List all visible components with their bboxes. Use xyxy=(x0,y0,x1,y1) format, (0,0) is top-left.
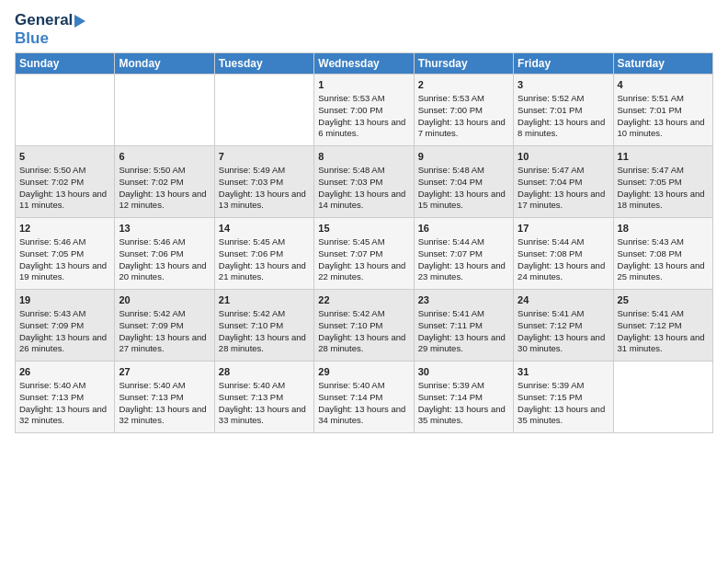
day-number: 6 xyxy=(119,150,210,164)
logo-blue: Blue xyxy=(15,29,85,48)
calendar-cell: 10Sunrise: 5:47 AMSunset: 7:04 PMDayligh… xyxy=(514,146,613,218)
day-number: 13 xyxy=(119,222,210,236)
day-number: 25 xyxy=(618,293,709,307)
week-row: 5Sunrise: 5:50 AMSunset: 7:02 PMDaylight… xyxy=(16,146,713,218)
header: General Blue xyxy=(15,11,713,47)
sunrise-text: Sunrise: 5:45 AM xyxy=(318,236,384,247)
day-number: 22 xyxy=(318,293,409,307)
day-number: 2 xyxy=(418,78,509,92)
calendar-cell: 15Sunrise: 5:45 AMSunset: 7:07 PMDayligh… xyxy=(314,218,414,290)
calendar-cell: 29Sunrise: 5:40 AMSunset: 7:14 PMDayligh… xyxy=(314,362,414,433)
day-number: 26 xyxy=(19,365,110,379)
sunrise-text: Sunrise: 5:39 AM xyxy=(518,380,584,390)
day-number: 16 xyxy=(418,222,509,236)
sunrise-text: Sunrise: 5:41 AM xyxy=(618,308,684,318)
calendar-cell: 27Sunrise: 5:40 AMSunset: 7:13 PMDayligh… xyxy=(115,362,214,433)
sunset-text: Sunset: 7:10 PM xyxy=(219,320,283,330)
calendar-cell: 16Sunrise: 5:44 AMSunset: 7:07 PMDayligh… xyxy=(414,218,513,290)
sunrise-text: Sunrise: 5:49 AM xyxy=(219,165,285,175)
calendar-cell: 20Sunrise: 5:42 AMSunset: 7:09 PMDayligh… xyxy=(115,290,214,362)
calendar-cell: 14Sunrise: 5:45 AMSunset: 7:06 PMDayligh… xyxy=(214,218,313,290)
calendar-body: 1Sunrise: 5:53 AMSunset: 7:00 PMDaylight… xyxy=(16,75,713,433)
daylight-text: Daylight: 13 hours and 20 minutes. xyxy=(119,260,206,282)
daylight-text: Daylight: 13 hours and 19 minutes. xyxy=(19,260,107,282)
sunrise-text: Sunrise: 5:43 AM xyxy=(19,308,85,318)
sunrise-text: Sunrise: 5:47 AM xyxy=(618,165,684,175)
calendar-table: SundayMondayTuesdayWednesdayThursdayFrid… xyxy=(15,52,713,433)
sunset-text: Sunset: 7:06 PM xyxy=(219,248,283,259)
sunrise-text: Sunrise: 5:40 AM xyxy=(219,380,285,390)
day-number: 1 xyxy=(318,78,409,92)
calendar-cell: 24Sunrise: 5:41 AMSunset: 7:12 PMDayligh… xyxy=(514,290,613,362)
sunrise-text: Sunrise: 5:51 AM xyxy=(618,93,684,103)
calendar-cell: 22Sunrise: 5:42 AMSunset: 7:10 PMDayligh… xyxy=(314,290,414,362)
day-header: Wednesday xyxy=(314,53,414,75)
sunrise-text: Sunrise: 5:42 AM xyxy=(318,308,384,318)
sunrise-text: Sunrise: 5:50 AM xyxy=(19,165,85,175)
sunset-text: Sunset: 7:01 PM xyxy=(518,105,582,115)
sunset-text: Sunset: 7:05 PM xyxy=(618,177,682,187)
daylight-text: Daylight: 13 hours and 14 minutes. xyxy=(318,189,405,211)
daylight-text: Daylight: 13 hours and 21 minutes. xyxy=(219,260,306,282)
daylight-text: Daylight: 13 hours and 26 minutes. xyxy=(19,332,107,354)
day-number: 23 xyxy=(418,293,509,307)
day-number: 31 xyxy=(518,365,609,379)
day-number: 28 xyxy=(219,365,310,379)
logo-arrow-icon xyxy=(74,15,85,28)
logo: General Blue xyxy=(15,11,85,47)
daylight-text: Daylight: 13 hours and 7 minutes. xyxy=(418,117,506,139)
daylight-text: Daylight: 13 hours and 15 minutes. xyxy=(418,189,506,211)
daylight-text: Daylight: 13 hours and 13 minutes. xyxy=(219,189,306,211)
sunset-text: Sunset: 7:09 PM xyxy=(19,320,84,330)
sunrise-text: Sunrise: 5:47 AM xyxy=(518,165,584,175)
calendar-cell: 8Sunrise: 5:48 AMSunset: 7:03 PMDaylight… xyxy=(314,146,414,218)
sunset-text: Sunset: 7:15 PM xyxy=(518,392,582,402)
calendar-cell: 7Sunrise: 5:49 AMSunset: 7:03 PMDaylight… xyxy=(214,146,313,218)
day-header: Thursday xyxy=(414,53,513,75)
day-number: 14 xyxy=(219,222,310,236)
week-row: 12Sunrise: 5:46 AMSunset: 7:05 PMDayligh… xyxy=(16,218,713,290)
sunset-text: Sunset: 7:14 PM xyxy=(318,392,382,402)
day-number: 30 xyxy=(418,365,509,379)
sunset-text: Sunset: 7:04 PM xyxy=(418,177,483,187)
sunrise-text: Sunrise: 5:46 AM xyxy=(19,236,85,247)
day-number: 11 xyxy=(618,150,709,164)
daylight-text: Daylight: 13 hours and 27 minutes. xyxy=(119,332,206,354)
sunrise-text: Sunrise: 5:44 AM xyxy=(518,236,584,247)
day-number: 10 xyxy=(518,150,609,164)
daylight-text: Daylight: 13 hours and 30 minutes. xyxy=(518,332,605,354)
day-header: Tuesday xyxy=(214,53,313,75)
sunset-text: Sunset: 7:01 PM xyxy=(618,105,682,115)
sunset-text: Sunset: 7:02 PM xyxy=(119,177,183,187)
daylight-text: Daylight: 13 hours and 34 minutes. xyxy=(318,404,405,426)
sunset-text: Sunset: 7:12 PM xyxy=(618,320,682,330)
sunset-text: Sunset: 7:13 PM xyxy=(219,392,283,402)
daylight-text: Daylight: 13 hours and 17 minutes. xyxy=(518,189,605,211)
daylight-text: Daylight: 13 hours and 28 minutes. xyxy=(219,332,306,354)
daylight-text: Daylight: 13 hours and 35 minutes. xyxy=(418,404,506,426)
daylight-text: Daylight: 13 hours and 31 minutes. xyxy=(618,332,705,354)
day-number: 7 xyxy=(219,150,310,164)
sunset-text: Sunset: 7:08 PM xyxy=(518,248,582,259)
sunset-text: Sunset: 7:00 PM xyxy=(318,105,382,115)
calendar-cell: 4Sunrise: 5:51 AMSunset: 7:01 PMDaylight… xyxy=(613,75,712,146)
sunset-text: Sunset: 7:06 PM xyxy=(119,248,183,259)
sunset-text: Sunset: 7:02 PM xyxy=(19,177,84,187)
day-number: 24 xyxy=(518,293,609,307)
sunrise-text: Sunrise: 5:48 AM xyxy=(418,165,484,175)
day-number: 19 xyxy=(19,293,110,307)
sunset-text: Sunset: 7:03 PM xyxy=(219,177,283,187)
daylight-text: Daylight: 13 hours and 11 minutes. xyxy=(19,189,107,211)
sunrise-text: Sunrise: 5:40 AM xyxy=(119,380,185,390)
sunset-text: Sunset: 7:08 PM xyxy=(618,248,682,259)
calendar-cell: 25Sunrise: 5:41 AMSunset: 7:12 PMDayligh… xyxy=(613,290,712,362)
week-row: 1Sunrise: 5:53 AMSunset: 7:00 PMDaylight… xyxy=(16,75,713,146)
calendar-cell: 30Sunrise: 5:39 AMSunset: 7:14 PMDayligh… xyxy=(414,362,513,433)
sunrise-text: Sunrise: 5:45 AM xyxy=(219,236,285,247)
calendar-cell: 28Sunrise: 5:40 AMSunset: 7:13 PMDayligh… xyxy=(214,362,313,433)
daylight-text: Daylight: 13 hours and 25 minutes. xyxy=(618,260,705,282)
daylight-text: Daylight: 13 hours and 12 minutes. xyxy=(119,189,206,211)
sunset-text: Sunset: 7:07 PM xyxy=(318,248,382,259)
daylight-text: Daylight: 13 hours and 29 minutes. xyxy=(418,332,506,354)
day-number: 4 xyxy=(618,78,709,92)
